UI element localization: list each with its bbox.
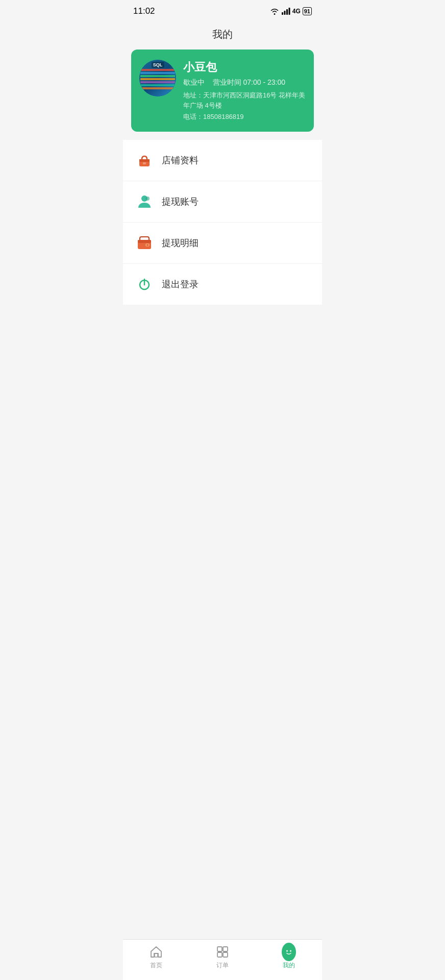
menu-label-logout: 退出登录: [162, 278, 199, 290]
menu-item-wallet[interactable]: 提现明细: [123, 223, 322, 264]
svg-point-13: [146, 244, 149, 246]
svg-rect-16: [155, 953, 158, 957]
svg-rect-7: [143, 162, 146, 164]
tab-home-label: 首页: [150, 961, 162, 970]
signal-icon: [281, 8, 290, 15]
home-icon: [149, 945, 163, 959]
menu-section: 店铺资料 提现账号: [123, 140, 322, 305]
svg-rect-20: [223, 952, 228, 957]
tab-home[interactable]: 首页: [123, 945, 189, 970]
page-title-container: 我的: [123, 20, 322, 50]
menu-item-store[interactable]: 店铺资料: [123, 140, 322, 181]
wifi-icon: [270, 8, 279, 15]
store-icon: [135, 151, 154, 169]
svg-rect-18: [223, 947, 228, 951]
menu-label-store: 店铺资料: [162, 154, 199, 166]
power-icon: [135, 275, 154, 293]
svg-point-22: [286, 950, 288, 952]
svg-point-9: [145, 197, 150, 201]
menu-label-wallet: 提现明细: [162, 237, 199, 249]
store-address: 地址：天津市河西区洞庭路16号 花样年美年广场 4号楼: [183, 90, 306, 110]
battery-icon: 91: [303, 7, 312, 15]
store-phone: 电话：18508186819: [183, 112, 306, 121]
status-icons: 4G 91: [270, 7, 312, 15]
svg-rect-19: [217, 952, 222, 957]
menu-label-account: 提现账号: [162, 195, 199, 208]
page-title: 我的: [123, 28, 322, 41]
menu-item-logout[interactable]: 退出登录: [123, 264, 322, 305]
orders-icon: [215, 945, 230, 959]
tab-mine[interactable]: 我的: [256, 945, 322, 970]
avatar: SQL: [139, 60, 176, 96]
tab-orders[interactable]: 订单: [189, 945, 256, 970]
profile-info: 小豆包 歇业中 营业时间 07:00 - 23:00 地址：天津市河西区洞庭路1…: [183, 60, 306, 121]
status-bar: 11:02 4G 91: [123, 0, 322, 20]
store-status: 歇业中 营业时间 07:00 - 23:00: [183, 78, 306, 87]
svg-rect-17: [217, 947, 222, 951]
bottom-tab-bar: 首页 订单: [123, 939, 322, 980]
store-name: 小豆包: [183, 60, 306, 75]
svg-rect-0: [282, 12, 283, 15]
svg-rect-6: [139, 159, 150, 162]
menu-item-account[interactable]: 提现账号: [123, 181, 322, 223]
svg-point-21: [284, 947, 294, 957]
svg-rect-2: [286, 9, 288, 15]
svg-point-23: [290, 950, 291, 952]
svg-rect-3: [288, 8, 290, 15]
account-icon: [135, 192, 154, 211]
svg-rect-1: [284, 11, 285, 15]
wallet-icon: [135, 234, 154, 252]
tab-mine-label: 我的: [283, 961, 295, 970]
tab-orders-label: 订单: [216, 961, 229, 970]
profile-card: SQL 小豆包 歇业中 营业时间 07:00 - 23:00 地址：天: [131, 50, 314, 132]
mine-icon: [282, 945, 296, 959]
status-time: 11:02: [133, 6, 155, 16]
network-label: 4G: [292, 8, 301, 15]
svg-rect-11: [138, 240, 151, 243]
